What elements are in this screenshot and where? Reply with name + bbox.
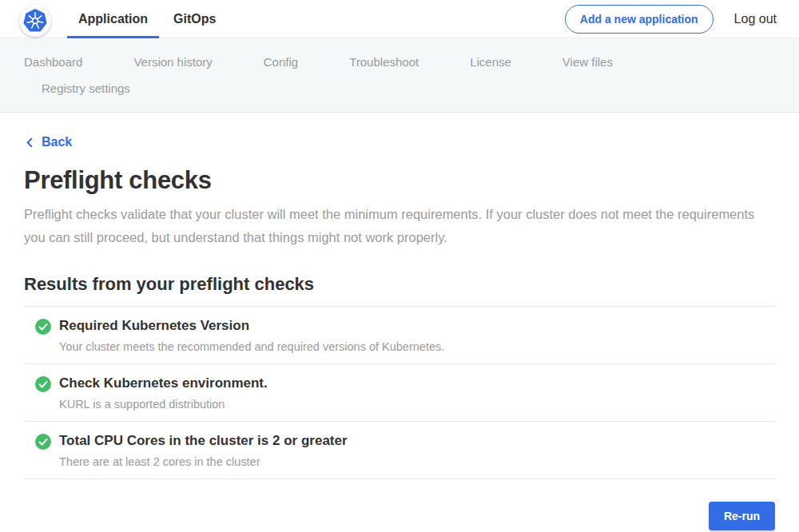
subnav-item-view-files[interactable]: View files bbox=[562, 49, 613, 75]
check-circle-icon bbox=[35, 434, 51, 450]
check-detail: KURL is a supported distribution bbox=[59, 398, 268, 411]
preflight-check-row: Total CPU Cores in the cluster is 2 or g… bbox=[24, 422, 775, 479]
add-new-application-button[interactable]: Add a new application bbox=[565, 5, 714, 34]
check-circle-icon bbox=[35, 376, 51, 392]
preflight-check-row: Check Kubernetes environment. KURL is a … bbox=[24, 364, 775, 422]
chevron-left-icon bbox=[24, 137, 36, 149]
results-heading: Results from your preflight checks bbox=[24, 274, 775, 295]
check-detail: There are at least 2 cores in the cluste… bbox=[59, 455, 348, 468]
page: Application GitOps Add a new application… bbox=[0, 0, 799, 532]
check-text: Total CPU Cores in the cluster is 2 or g… bbox=[59, 433, 348, 468]
header-right: Add a new application Log out bbox=[565, 5, 777, 34]
subnav-item-license[interactable]: License bbox=[470, 49, 511, 75]
main-content: Back Preflight checks Preflight checks v… bbox=[0, 113, 799, 532]
check-detail: Your cluster meets the recommended and r… bbox=[59, 340, 444, 353]
check-circle-icon bbox=[35, 319, 51, 335]
check-title: Total CPU Cores in the cluster is 2 or g… bbox=[59, 433, 348, 449]
primary-tabs: Application GitOps bbox=[67, 0, 230, 38]
tab-gitops[interactable]: GitOps bbox=[162, 0, 227, 38]
subnav-item-version-history[interactable]: Version history bbox=[133, 49, 212, 75]
check-title: Required Kubernetes Version bbox=[59, 318, 444, 334]
subnav-item-registry-settings[interactable]: Registry settings bbox=[42, 75, 130, 101]
preflight-results-list: Required Kubernetes Version Your cluster… bbox=[24, 306, 775, 479]
page-title: Preflight checks bbox=[24, 166, 775, 195]
preflight-check-row: Required Kubernetes Version Your cluster… bbox=[24, 307, 775, 364]
check-title: Check Kubernetes environment. bbox=[59, 375, 268, 391]
check-text: Check Kubernetes environment. KURL is a … bbox=[59, 375, 268, 411]
secondary-nav-row-1: Dashboard Version history Config Trouble… bbox=[24, 49, 775, 75]
log-out-link[interactable]: Log out bbox=[734, 12, 777, 26]
kubernetes-logo-icon bbox=[19, 5, 51, 37]
back-link-label: Back bbox=[42, 135, 72, 149]
page-description: Preflight checks validate that your clus… bbox=[24, 203, 767, 250]
check-text: Required Kubernetes Version Your cluster… bbox=[59, 318, 444, 353]
top-nav: Application GitOps Add a new application… bbox=[0, 0, 799, 38]
back-link[interactable]: Back bbox=[24, 135, 72, 149]
tab-application[interactable]: Application bbox=[67, 0, 159, 38]
footer-actions: Re-run bbox=[24, 479, 775, 532]
subnav-item-dashboard[interactable]: Dashboard bbox=[24, 49, 82, 75]
re-run-button[interactable]: Re-run bbox=[709, 502, 775, 530]
subnav-item-troubleshoot[interactable]: Troubleshoot bbox=[349, 49, 419, 75]
secondary-nav-row-2: Registry settings bbox=[24, 75, 775, 101]
secondary-nav: Dashboard Version history Config Trouble… bbox=[0, 38, 799, 113]
subnav-item-config[interactable]: Config bbox=[264, 49, 298, 75]
